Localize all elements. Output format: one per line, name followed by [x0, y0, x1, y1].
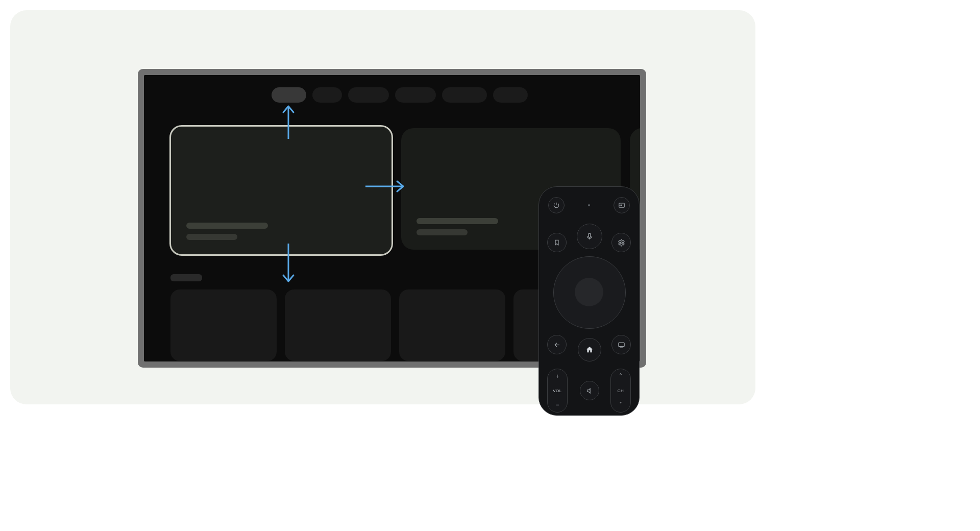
remote-control: + VOL − ˄ CH ˅ [538, 186, 640, 415]
home-button[interactable] [578, 338, 601, 361]
settings-icon [618, 239, 625, 247]
volume-up-symbol: + [555, 373, 559, 379]
channel-up-symbol: ˄ [619, 373, 622, 379]
input-button[interactable] [614, 197, 630, 213]
power-icon [553, 202, 560, 209]
row-card-0[interactable] [170, 289, 277, 361]
bookmark-button[interactable] [547, 233, 567, 252]
row-card-2[interactable] [399, 289, 505, 361]
svg-rect-6 [618, 343, 624, 347]
back-button[interactable] [547, 335, 567, 354]
nav-pill-5[interactable] [493, 87, 528, 103]
section-label-stub [170, 274, 202, 281]
tv-button[interactable] [611, 335, 631, 354]
channel-rocker[interactable]: ˄ CH ˅ [610, 369, 631, 413]
settings-button[interactable] [611, 233, 631, 252]
input-icon [618, 202, 625, 209]
arrow-up-icon [281, 103, 296, 140]
hero-0-subtitle-stub [186, 234, 237, 240]
mic-button[interactable] [577, 224, 602, 249]
hero-card-0[interactable] [169, 125, 393, 256]
nav-pill-3[interactable] [395, 87, 436, 103]
dpad-center-button[interactable] [575, 278, 603, 306]
hero-1-subtitle-stub [416, 229, 468, 235]
power-button[interactable] [548, 197, 565, 213]
svg-point-5 [620, 242, 622, 244]
nav-pill-1[interactable] [312, 87, 342, 103]
tv-icon [618, 341, 625, 349]
svg-rect-4 [589, 233, 591, 237]
mute-button[interactable] [580, 381, 599, 400]
row-card-1[interactable] [285, 289, 391, 361]
volume-rocker[interactable]: + VOL − [547, 369, 568, 413]
remote-indicator-dot [588, 204, 590, 206]
arrow-right-icon [364, 179, 406, 194]
volume-label: VOL [553, 389, 562, 393]
nav-pill-0[interactable] [272, 87, 306, 103]
home-icon [585, 346, 594, 354]
back-arrow-icon [553, 341, 561, 349]
mic-icon [585, 232, 594, 240]
arrow-down-icon [281, 243, 296, 284]
mute-icon [586, 387, 594, 395]
nav-pill-2[interactable] [348, 87, 389, 103]
hero-1-title-stub [416, 218, 498, 224]
bookmark-icon [553, 239, 560, 246]
volume-down-symbol: − [555, 402, 559, 408]
channel-down-symbol: ˅ [619, 402, 622, 408]
channel-label: CH [618, 389, 624, 393]
hero-0-title-stub [186, 223, 268, 229]
canvas-background: + VOL − ˄ CH ˅ [10, 10, 755, 404]
nav-pill-4[interactable] [442, 87, 487, 103]
